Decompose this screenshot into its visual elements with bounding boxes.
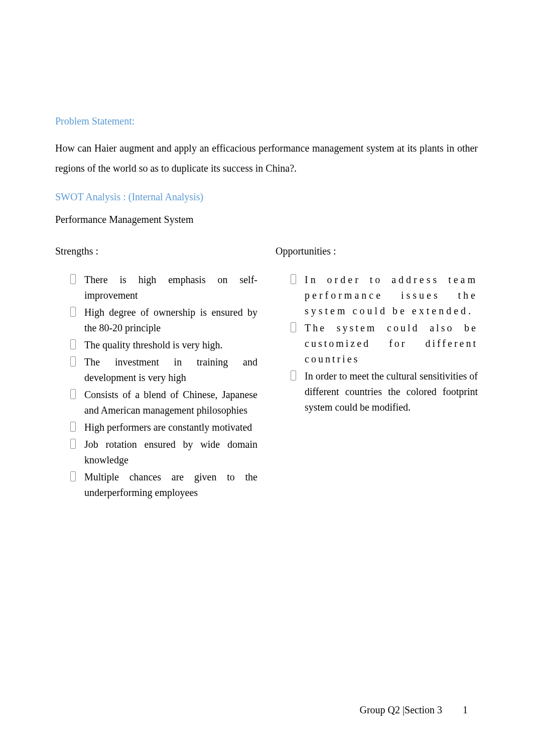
page-footer: Group Q2 |Section 3 1 — [359, 704, 468, 716]
strengths-title: Strengths : — [55, 245, 257, 257]
list-item: Job rotation ensured by wide domain know… — [70, 437, 257, 468]
swot-columns: Strengths : There is high emphasis on se… — [55, 245, 478, 502]
strengths-column: Strengths : There is high emphasis on se… — [55, 245, 257, 502]
footer-page-number: 1 — [463, 704, 468, 716]
swot-heading: SWOT Analysis : (Internal Analysis) — [55, 191, 478, 203]
list-item: There is high emphasis on self-improveme… — [70, 272, 257, 303]
problem-statement-heading: Problem Statement: — [55, 115, 478, 127]
strengths-list: There is high emphasis on self-improveme… — [55, 272, 257, 500]
list-item: In order to address team performance iss… — [291, 272, 478, 319]
list-item: High performers are constantly motivated — [70, 420, 257, 435]
opportunities-column: Opportunities : In order to address team… — [276, 245, 478, 502]
list-item: High degree of ownership is ensured by t… — [70, 305, 257, 336]
list-item: The quality threshold is very high. — [70, 337, 257, 353]
list-item: The system could also be customized for … — [291, 320, 478, 367]
swot-subheading: Performance Management System — [55, 214, 478, 225]
list-item: Consists of a blend of Chinese, Japanese… — [70, 387, 257, 418]
footer-group-label: Group Q2 |Section 3 — [359, 704, 442, 715]
problem-statement-body: How can Haier augment and apply an effic… — [55, 138, 478, 178]
opportunities-list: In order to address team performance iss… — [276, 272, 478, 415]
list-item: Multiple chances are given to the underp… — [70, 469, 257, 500]
opportunities-title: Opportunities : — [276, 245, 478, 257]
list-item: The investment in training and developme… — [70, 354, 257, 386]
list-item: In order to meet the cultural sensitivit… — [291, 368, 478, 415]
